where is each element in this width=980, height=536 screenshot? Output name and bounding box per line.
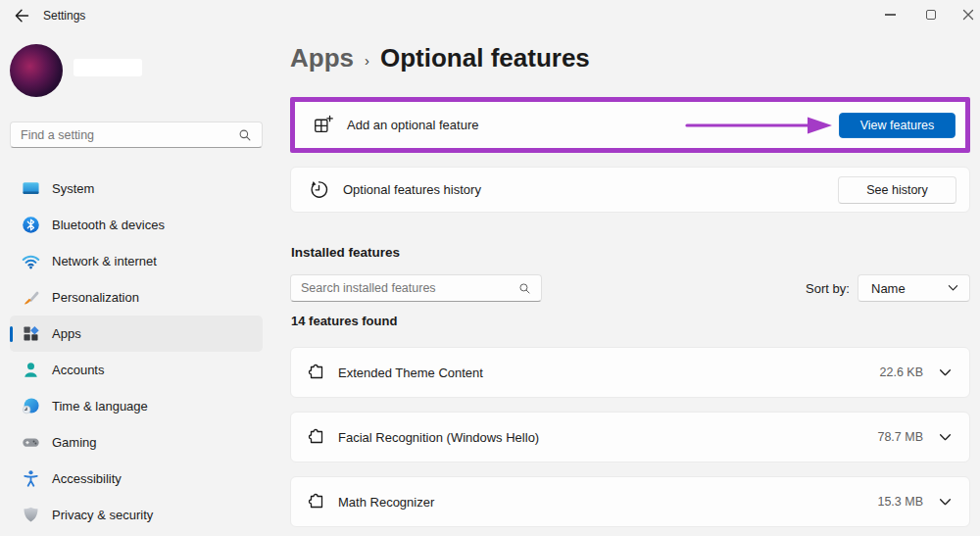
sidebar-item-network-internet[interactable]: Network & internet — [10, 243, 263, 279]
feature-size: 78.7 MB — [877, 430, 923, 444]
find-setting-input[interactable] — [11, 122, 238, 147]
maximize-icon — [926, 10, 936, 20]
expand-row-button[interactable] — [939, 365, 953, 379]
sidebar-item-label: Gaming — [52, 435, 97, 450]
puzzle-icon — [307, 363, 326, 382]
expand-row-button[interactable] — [939, 495, 953, 509]
search-icon — [518, 282, 531, 295]
sidebar-item-system[interactable]: System — [10, 171, 263, 207]
sidebar-item-gaming[interactable]: Gaming — [10, 424, 263, 461]
sidebar-item-label: Apps — [52, 326, 81, 341]
sidebar-item-label: Time & language — [52, 399, 148, 414]
chevron-down-icon — [948, 284, 958, 292]
puzzle-icon — [307, 427, 326, 447]
chevron-down-icon — [939, 498, 952, 507]
time-language-icon — [22, 397, 40, 415]
installed-search-input[interactable] — [291, 275, 518, 301]
installed-searchbox[interactable] — [290, 274, 542, 302]
sidebar-item-label: Privacy & security — [52, 508, 153, 522]
breadcrumb: Apps › Optional features — [290, 43, 590, 73]
search-icon — [238, 128, 252, 142]
chevron-down-icon — [939, 368, 952, 377]
feature-row-facial-recognition[interactable]: Facial Recognition (Windows Hello) 78.7 … — [290, 412, 970, 463]
maximize-button[interactable] — [911, 0, 951, 29]
view-features-button[interactable]: View features — [839, 113, 956, 138]
feature-size: 22.6 KB — [880, 365, 923, 379]
feature-size: 15.3 MB — [877, 495, 923, 509]
sidebar-item-time-language[interactable]: Time & language — [10, 388, 263, 424]
personalization-icon — [22, 288, 40, 307]
history-label: Optional features history — [343, 182, 481, 197]
titlebar: Settings — [0, 0, 980, 31]
user-name-redacted — [74, 59, 142, 76]
add-optional-feature-card: Add an optional feature View features — [290, 97, 970, 153]
accounts-icon — [22, 361, 40, 379]
feature-name: Extended Theme Content — [338, 365, 483, 380]
history-icon — [309, 179, 329, 200]
sort-dropdown-value: Name — [871, 281, 948, 296]
sidebar-item-label: Accessibility — [52, 471, 122, 486]
bluetooth-icon — [22, 216, 40, 234]
add-feature-icon — [313, 115, 333, 135]
sidebar-item-label: Accounts — [52, 363, 104, 377]
installed-features-heading: Installed features — [291, 245, 400, 260]
minimize-button[interactable] — [870, 0, 909, 29]
breadcrumb-apps-link[interactable]: Apps — [290, 43, 354, 73]
sort-dropdown[interactable]: Name — [858, 274, 970, 302]
sidebar-item-apps[interactable]: Apps — [10, 316, 263, 352]
see-history-button[interactable]: See history — [838, 176, 956, 204]
sidebar-item-accessibility[interactable]: Accessibility — [10, 461, 263, 497]
system-icon — [22, 179, 40, 198]
close-icon — [962, 9, 974, 21]
sidebar-item-label: System — [52, 181, 94, 196]
user-avatar — [10, 44, 63, 97]
sidebar-item-label: Network & internet — [52, 254, 157, 268]
optional-features-history-card: Optional features history See history — [290, 167, 970, 213]
privacy-security-icon — [22, 506, 40, 524]
expand-row-button[interactable] — [939, 430, 953, 444]
window-title: Settings — [43, 9, 85, 23]
sidebar-item-bluetooth-devices[interactable]: Bluetooth & devices — [10, 207, 263, 243]
sidebar-item-label: Personalization — [52, 290, 139, 305]
sidebar-item-accounts[interactable]: Accounts — [10, 352, 263, 388]
back-arrow-icon — [13, 7, 30, 24]
find-setting-searchbox[interactable] — [10, 122, 263, 148]
back-button[interactable] — [13, 7, 30, 24]
apps-icon — [22, 324, 40, 343]
network-icon — [22, 252, 40, 270]
puzzle-icon — [307, 492, 326, 512]
accessibility-icon — [22, 469, 40, 488]
sidebar-item-privacy-security[interactable]: Privacy & security — [10, 497, 263, 533]
feature-row-extended-theme-content[interactable]: Extended Theme Content 22.6 KB — [290, 347, 970, 398]
sidebar-nav: System Bluetooth & devices Network & int… — [0, 171, 274, 533]
close-button[interactable] — [949, 0, 980, 29]
chevron-down-icon — [939, 433, 952, 442]
gaming-icon — [22, 433, 40, 452]
sidebar-item-personalization[interactable]: Personalization — [10, 279, 263, 316]
sort-by-label: Sort by: — [806, 281, 850, 296]
breadcrumb-separator: › — [365, 48, 369, 69]
features-count: 14 features found — [291, 314, 397, 328]
page-title: Optional features — [380, 43, 590, 73]
minimize-icon — [885, 14, 896, 16]
add-feature-label: Add an optional feature — [347, 118, 478, 132]
feature-row-math-recognizer[interactable]: Math Recognizer 15.3 MB — [290, 476, 970, 527]
feature-name: Math Recognizer — [338, 495, 434, 510]
feature-name: Facial Recognition (Windows Hello) — [338, 430, 539, 445]
sidebar-item-label: Bluetooth & devices — [52, 218, 165, 232]
